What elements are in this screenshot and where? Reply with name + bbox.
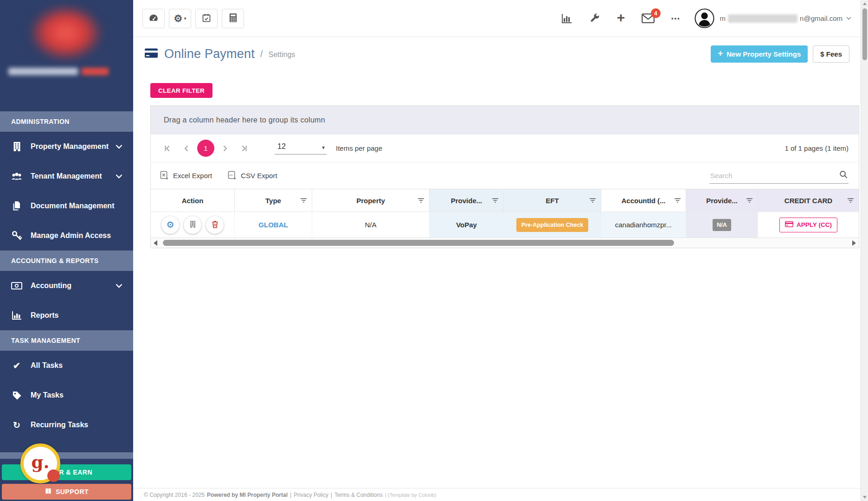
row-delete-button[interactable] bbox=[206, 216, 224, 234]
sidebar-item-label: Manage Admin Access bbox=[31, 231, 111, 240]
filter-icon[interactable] bbox=[674, 198, 681, 203]
sidebar-item-accounting[interactable]: Accounting bbox=[0, 271, 133, 301]
analytics-icon[interactable] bbox=[561, 13, 572, 24]
filter-icon[interactable] bbox=[300, 198, 307, 203]
tools-wrench-icon[interactable] bbox=[589, 13, 600, 24]
tag-icon bbox=[10, 391, 23, 400]
sidebar-item-recurring-tasks[interactable]: ↻ Recurring Tasks bbox=[0, 410, 133, 440]
items-per-page-select[interactable]: 12 ▾ bbox=[275, 142, 327, 154]
column-header-type[interactable]: Type bbox=[235, 189, 312, 212]
sidebar-section-task-management: TASK MANAGEMENT bbox=[0, 330, 133, 351]
support-button[interactable]: SUPPORT bbox=[2, 484, 131, 500]
grid-toolbar: Excel Export csv CSV Export bbox=[151, 162, 859, 189]
group-panel[interactable]: Drag a column header here to group its c… bbox=[151, 106, 859, 135]
horizontal-scroll-thumb[interactable] bbox=[163, 240, 674, 246]
credit-card-icon bbox=[785, 221, 793, 229]
apply-cc-button[interactable]: APPLY (CC) bbox=[779, 218, 837, 232]
sidebar-item-label: Accounting bbox=[31, 282, 71, 290]
privacy-policy-link[interactable]: Privacy Policy bbox=[294, 492, 328, 498]
filter-icon[interactable] bbox=[492, 198, 499, 203]
account-id-cell: canadianhomzpr... bbox=[601, 212, 686, 238]
items-per-page-value: 12 bbox=[277, 142, 286, 151]
grammarly-widget[interactable]: g. bbox=[20, 443, 60, 483]
sidebar-item-label: Recurring Tasks bbox=[31, 421, 88, 429]
sidebar-item-manage-admin-access[interactable]: Manage Admin Access bbox=[0, 221, 133, 250]
terms-link[interactable]: Terms & Conditions bbox=[334, 492, 383, 498]
search-input[interactable] bbox=[710, 172, 839, 180]
horizontal-scrollbar[interactable] bbox=[151, 238, 859, 248]
filter-icon[interactable] bbox=[746, 198, 753, 203]
book-icon bbox=[45, 488, 52, 496]
filter-icon[interactable] bbox=[589, 198, 596, 203]
calculator-button[interactable] bbox=[222, 9, 244, 28]
scroll-up-arrow[interactable] bbox=[863, 2, 867, 5]
eft-status-badge[interactable]: Pre-Application Check bbox=[516, 218, 588, 232]
messages-icon[interactable]: 4 bbox=[642, 13, 655, 23]
column-header-eft[interactable]: EFT bbox=[504, 189, 601, 212]
column-header-credit-card[interactable]: CREDIT CARD bbox=[758, 189, 859, 212]
column-label: CREDIT CARD bbox=[784, 197, 832, 205]
column-header-action[interactable]: Action bbox=[151, 189, 235, 212]
type-link[interactable]: GLOBAL bbox=[258, 221, 288, 229]
table-header-row: Action Type Property Provide... bbox=[151, 189, 859, 212]
building-icon bbox=[10, 141, 23, 152]
calendar-button[interactable] bbox=[195, 9, 218, 28]
scroll-down-arrow[interactable] bbox=[863, 496, 867, 499]
pager-summary: 1 of 1 pages (1 item) bbox=[784, 144, 849, 152]
sidebar-item-label: Reports bbox=[31, 311, 58, 320]
topbar: ⚙ ▾ + bbox=[133, 0, 861, 37]
caret-down-icon: ▾ bbox=[184, 16, 186, 21]
scroll-left-arrow[interactable] bbox=[154, 240, 157, 246]
settings-button[interactable]: ⚙ ▾ bbox=[169, 9, 191, 28]
new-property-settings-label: New Property Settings bbox=[727, 50, 801, 58]
row-settings-button[interactable]: ⚙ bbox=[161, 216, 179, 234]
sidebar: ADMINISTRATION Property Management Tenan… bbox=[0, 0, 133, 501]
g-logo: g. bbox=[32, 452, 50, 472]
sidebar-item-property-management[interactable]: Property Management bbox=[0, 132, 133, 161]
column-header-eft-provider[interactable]: Provide... bbox=[430, 189, 504, 212]
current-page-button[interactable]: 1 bbox=[197, 140, 214, 157]
credit-card-cell: APPLY (CC) bbox=[758, 212, 859, 238]
support-label: SUPPORT bbox=[56, 488, 89, 495]
row-property-button[interactable] bbox=[184, 216, 201, 234]
filter-icon[interactable] bbox=[847, 198, 854, 203]
first-page-button[interactable] bbox=[157, 145, 177, 152]
sidebar-item-label: Tenant Management bbox=[31, 172, 102, 180]
column-header-account-id[interactable]: AccountId (... bbox=[601, 189, 686, 212]
sidebar-item-all-tasks[interactable]: ✔ All Tasks bbox=[0, 351, 133, 380]
vertical-scrollbar[interactable] bbox=[861, 0, 868, 501]
page-header: Online Payment / Settings + New Property… bbox=[133, 37, 861, 71]
dashboard-button[interactable] bbox=[142, 9, 165, 28]
unread-count-badge: 4 bbox=[651, 8, 661, 18]
sidebar-item-tenant-management[interactable]: Tenant Management bbox=[0, 161, 133, 191]
filter-icon[interactable] bbox=[418, 198, 424, 203]
column-header-property[interactable]: Property bbox=[312, 189, 430, 212]
column-header-cc-provider[interactable]: Provide... bbox=[686, 189, 758, 212]
prev-page-button[interactable] bbox=[177, 145, 196, 152]
vertical-scroll-thumb[interactable] bbox=[862, 8, 867, 60]
cc-provider-cell: N/A bbox=[686, 212, 758, 238]
more-icon[interactable]: ••• bbox=[671, 15, 681, 22]
avatar[interactable] bbox=[694, 8, 714, 28]
sidebar-item-reports[interactable]: Reports bbox=[0, 301, 133, 330]
type-cell: GLOBAL bbox=[235, 212, 312, 238]
next-page-button[interactable] bbox=[215, 145, 235, 152]
add-icon[interactable]: + bbox=[617, 11, 625, 25]
apply-cc-label: APPLY (CC) bbox=[797, 221, 832, 228]
email-redacted bbox=[728, 14, 797, 23]
sidebar-item-document-management[interactable]: Document Management bbox=[0, 191, 133, 221]
sidebar-item-my-tasks[interactable]: My Tasks bbox=[0, 380, 133, 410]
logo-blurred-text bbox=[8, 68, 109, 75]
csv-export-button[interactable]: csv CSV Export bbox=[228, 171, 277, 180]
new-property-settings-button[interactable]: + New Property Settings bbox=[711, 45, 808, 63]
last-page-button[interactable] bbox=[235, 145, 254, 152]
fees-button[interactable]: $ Fees bbox=[813, 45, 849, 63]
excel-export-button[interactable]: Excel Export bbox=[160, 171, 212, 180]
credit-card-icon bbox=[144, 48, 158, 60]
logo-blurred-image bbox=[29, 5, 103, 61]
search-icon[interactable] bbox=[839, 170, 848, 180]
scroll-right-arrow[interactable] bbox=[852, 240, 856, 246]
user-email[interactable]: m n@gmail.com bbox=[720, 14, 851, 23]
check-icon: ✔ bbox=[10, 361, 23, 370]
clear-filter-button[interactable]: CLEAR FILTER bbox=[150, 83, 212, 98]
